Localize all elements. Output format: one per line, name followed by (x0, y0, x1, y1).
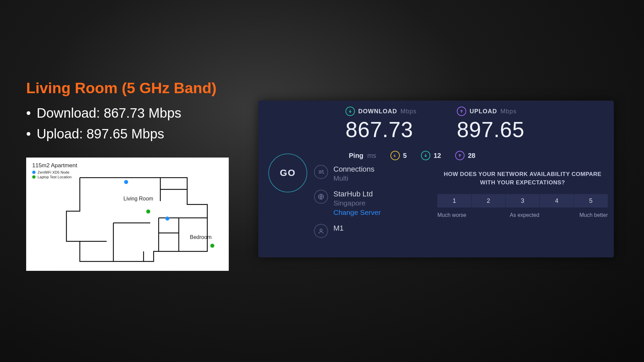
isp-item: M1 (314, 224, 381, 238)
room-label-bedroom: Bedroom (190, 234, 212, 240)
ping-row: Ping ms $ 5 12 28 (349, 151, 475, 160)
connections-label: Connections (333, 165, 374, 174)
server-location: Singapore (333, 199, 381, 207)
ping-label: Ping (349, 152, 363, 159)
floorplan: 115m2 Apartment ZenWiFi XD5 Node Laptop … (26, 158, 229, 271)
globe-icon (314, 190, 328, 204)
legend-node-label: ZenWiFi XD5 Node (38, 170, 69, 174)
connections-item[interactable]: Connections Multi (314, 165, 381, 182)
upload-bullet: Upload: 897.65 Mbps (26, 123, 254, 144)
floorplan-walls-icon (46, 174, 214, 268)
upload-value: 897.65 (457, 117, 525, 142)
node-marker-icon (165, 217, 169, 221)
connections-value: Multi (333, 174, 374, 182)
ping-idle-value: 5 (403, 152, 407, 160)
ping-upload-icon (455, 151, 465, 160)
survey-label-low: Much worse (437, 212, 466, 218)
ping-download-value: 12 (434, 152, 441, 160)
survey-option-5[interactable]: 5 (574, 194, 608, 207)
isp-name: M1 (333, 224, 344, 233)
server-name: StarHub Ltd (333, 190, 381, 198)
legend-dot-blue-icon (32, 171, 36, 174)
svg-point-2 (320, 229, 322, 231)
ping-upload-value: 28 (468, 152, 475, 160)
results-bullets: Download: 867.73 Mbps Upload: 897.65 Mbp… (26, 103, 254, 144)
node-marker-icon (124, 180, 128, 184)
survey-label-high: Much better (580, 212, 608, 218)
upload-icon (457, 107, 466, 116)
test-marker-bedroom-icon (210, 244, 214, 248)
download-value: 867.73 (345, 117, 417, 142)
change-server-link[interactable]: Change Server (333, 208, 381, 217)
survey-option-4[interactable]: 4 (540, 194, 574, 207)
server-item: StarHub Ltd Singapore Change Server (314, 190, 381, 217)
legend-dot-green-icon (32, 175, 36, 179)
user-icon (314, 224, 328, 238)
room-label-living: Living Room (123, 196, 153, 202)
section-title: Living Room (5 GHz Band) (26, 80, 254, 97)
survey: HOW DOES YOUR NETWORK AVAILABILITY COMPA… (437, 170, 608, 218)
survey-option-1[interactable]: 1 (437, 194, 472, 207)
download-metric: DOWNLOAD Mbps 867.73 (345, 107, 417, 142)
floorplan-title: 115m2 Apartment (32, 162, 77, 169)
download-icon (345, 107, 355, 116)
survey-option-3[interactable]: 3 (506, 194, 540, 207)
download-unit: Mbps (400, 108, 417, 115)
go-button[interactable]: GO (268, 154, 307, 192)
ping-idle-icon: $ (390, 151, 400, 160)
survey-scale: 1 2 3 4 5 (437, 194, 608, 207)
survey-question: HOW DOES YOUR NETWORK AVAILABILITY COMPA… (437, 170, 608, 187)
download-label: DOWNLOAD (358, 108, 397, 115)
download-bullet: Download: 867.73 Mbps (26, 103, 254, 123)
ping-unit: ms (367, 152, 376, 159)
upload-metric: UPLOAD Mbps 897.65 (457, 107, 525, 142)
upload-unit: Mbps (500, 108, 517, 115)
ping-download-icon (421, 151, 430, 160)
svg-text:$: $ (393, 154, 395, 158)
connections-icon (314, 165, 328, 179)
survey-label-mid: As expected (510, 212, 539, 218)
upload-label: UPLOAD (470, 108, 497, 115)
survey-option-2[interactable]: 2 (472, 194, 506, 207)
test-marker-living-icon (146, 209, 150, 214)
speedtest-panel: DOWNLOAD Mbps 867.73 UPLOAD Mbps 897.65 … (258, 101, 614, 257)
